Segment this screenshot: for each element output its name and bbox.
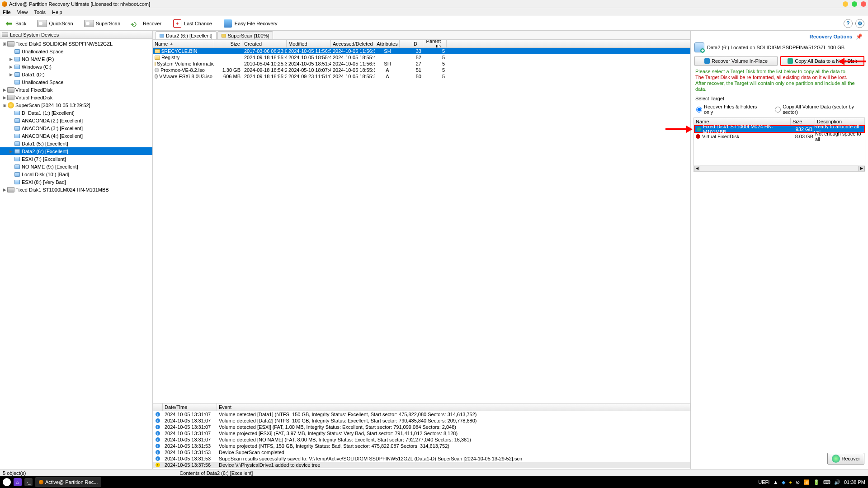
scroll-right-button[interactable]: ▶ — [859, 166, 865, 171]
recover-execute-button[interactable]: Recover — [827, 453, 864, 465]
expander-icon[interactable]: ▶ — [8, 149, 14, 154]
menu-help[interactable]: Help — [52, 9, 62, 15]
expander-icon[interactable]: ▶ — [2, 95, 7, 100]
tree-node[interactable]: D: Data1 (1:) [Excellent] — [0, 109, 152, 117]
tree-node[interactable]: ▶Data1 (D:) — [0, 70, 152, 78]
col-parent-id[interactable]: Parent ID — [423, 40, 447, 47]
easy-recovery-button[interactable]: Easy File Recovery — [223, 19, 278, 28]
clock[interactable]: 01:38 PM — [844, 479, 865, 485]
col-id[interactable]: ID — [400, 40, 423, 47]
menu-view[interactable]: View — [17, 9, 28, 15]
tray-icon[interactable]: ▲ — [773, 479, 778, 485]
tree-node[interactable]: ▶NO NAME (F:) — [0, 55, 152, 63]
back-button[interactable]: ⬅ Back — [4, 19, 26, 28]
tree-node[interactable]: ▶Virtual FixedDisk — [0, 86, 152, 94]
tab-superscan[interactable]: SuperScan [100%] — [217, 31, 274, 39]
target-col-name[interactable]: Name — [694, 118, 791, 125]
radio-sector-copy[interactable]: Copy All Volume Data (sector by sector) — [775, 104, 863, 115]
expander-icon[interactable]: ▣ — [2, 42, 7, 46]
expander-icon[interactable]: ▶ — [8, 57, 14, 61]
col-attributes[interactable]: Attributes — [375, 40, 400, 47]
volume-icon[interactable]: 🔊 — [834, 479, 840, 485]
tree-node[interactable]: ▣SuperScan [2024-10-05 13:29:52] — [0, 101, 152, 109]
target-col-size[interactable]: Size — [791, 118, 815, 125]
recover-button[interactable]: ↻ Recover — [131, 19, 161, 28]
tree-node[interactable]: ▶Virtual FixedDisk — [0, 94, 152, 101]
menu-file[interactable]: File — [3, 9, 11, 15]
tree-node[interactable]: Unallocated Space — [0, 78, 152, 86]
file-row[interactable]: Registry2024-09-18 18:55:442024-10-05 18… — [153, 54, 690, 61]
log-col-event[interactable]: Event — [217, 404, 690, 411]
help-icon[interactable]: ? — [844, 19, 853, 28]
superscan-button[interactable]: SuperScan — [84, 19, 120, 28]
log-row[interactable]: !2024-10-05 13:37:56Device \\.\PhysicalD… — [153, 462, 690, 468]
expander-icon[interactable]: ▶ — [8, 72, 14, 77]
col-accessed[interactable]: Accessed/Deleted — [331, 40, 375, 47]
file-row[interactable]: $RECYCLE.BIN2017-03-06 08:23:032024-10-0… — [153, 48, 690, 54]
battery-icon[interactable]: 🔋 — [813, 479, 820, 485]
file-list[interactable]: $RECYCLE.BIN2017-03-06 08:23:032024-10-0… — [153, 48, 690, 403]
log-row[interactable]: i2024-10-05 13:31:07Volume detected [NO … — [153, 436, 690, 443]
col-name[interactable]: Name▲ — [153, 40, 214, 47]
log-row[interactable]: i2024-10-05 13:31:07Volume detected [ESX… — [153, 424, 690, 430]
tray-icon[interactable]: ⊘ — [796, 479, 800, 485]
log-row[interactable]: i2024-10-05 13:31:53SupeScan results suc… — [153, 455, 690, 462]
recover-in-place-button[interactable]: Recover Volume In-Place — [694, 56, 778, 66]
settings-icon[interactable]: ⚙ — [855, 19, 864, 28]
log-row[interactable]: i2024-10-05 13:31:07Volume detected [Dat… — [153, 411, 690, 418]
tree-node[interactable]: ANACONDA (3:) [Excellent] — [0, 124, 152, 132]
tree-node[interactable]: Unallocated Space — [0, 47, 152, 55]
col-modified[interactable]: Modified — [287, 40, 331, 47]
close-button[interactable] — [861, 1, 866, 7]
col-size[interactable]: Size — [214, 40, 242, 47]
file-row[interactable]: VMware ESXi-8.0U3.iso606 MB2024-09-18 18… — [153, 73, 690, 80]
part-icon — [14, 65, 21, 69]
tree-node[interactable]: NO NAME (9:) [Excellent] — [0, 163, 152, 170]
target-disk-row[interactable]: Virtual FixedDisk8.03 GBNot enough space… — [694, 133, 865, 140]
log-col-datetime[interactable]: Date/Time — [163, 404, 217, 411]
menu-tools[interactable]: Tools — [34, 9, 46, 15]
tree-node[interactable]: ESXi (8:) [Very Bad] — [0, 178, 152, 186]
start-button[interactable] — [3, 478, 11, 486]
expander-icon[interactable]: ▶ — [2, 188, 7, 192]
target-col-desc[interactable]: Description — [815, 118, 865, 125]
target-scrollbar[interactable]: ◀ ▶ — [694, 165, 865, 171]
quickscan-button[interactable]: QuickScan — [37, 19, 73, 28]
log-row[interactable]: i2024-10-05 13:31:07Volume projected [ES… — [153, 430, 690, 436]
minimize-button[interactable] — [843, 1, 848, 7]
scroll-left-button[interactable]: ◀ — [694, 166, 700, 171]
tree-node[interactable]: ▶Data2 (6:) [Excellent] — [0, 147, 152, 155]
expander-icon[interactable]: ▶ — [2, 88, 7, 92]
taskbar-app-icon[interactable]: ⌂ — [14, 478, 22, 486]
log-row[interactable]: i2024-10-05 13:31:07Volume detected [Dat… — [153, 418, 690, 424]
expander-icon[interactable]: ▶ — [8, 65, 14, 69]
tree-node[interactable]: ANACONDA (2:) [Excellent] — [0, 117, 152, 124]
log-row[interactable]: i2024-10-05 13:31:53Volume projected (NT… — [153, 443, 690, 449]
tree-node[interactable]: ▶Fixed Disk1 ST1000LM024 HN-M101MBB — [0, 186, 152, 193]
log-row[interactable]: i2024-10-05 13:31:53Device SuperScan com… — [153, 449, 690, 455]
lastchance-button[interactable]: + Last Chance — [172, 19, 212, 28]
tray-icon[interactable]: ◆ — [782, 479, 785, 485]
maximize-button[interactable] — [852, 1, 857, 7]
file-row[interactable]: System Volume Information2010-05-04 10:2… — [153, 61, 690, 67]
tree-node[interactable]: Data1 (5:) [Excellent] — [0, 140, 152, 147]
col-created[interactable]: Created — [242, 40, 287, 47]
keyboard-icon[interactable]: ⌨ — [823, 479, 830, 485]
file-row[interactable]: Proxmox-VE-8.2.iso1.30 GB2024-09-18 18:5… — [153, 67, 690, 73]
wifi-icon[interactable]: 📶 — [803, 479, 810, 485]
tree-node[interactable]: ▶Windows (C:) — [0, 63, 152, 70]
expander-icon[interactable]: ▣ — [2, 103, 7, 108]
tray-icon[interactable]: ● — [789, 479, 792, 485]
window-controls — [843, 1, 866, 7]
taskbar-app-active[interactable]: Active@ Partition Rec... — [35, 477, 101, 487]
tab-data2[interactable]: Data2 (6:) [Excellent] — [156, 31, 217, 39]
tree-node[interactable]: ANACONDA (4:) [Excellent] — [0, 132, 152, 140]
taskbar-terminal-icon[interactable]: ›_ — [24, 478, 33, 486]
tree-node[interactable]: ESXi (7:) [Excellent] — [0, 155, 152, 163]
device-tree[interactable]: ▣Fixed Disk0 SOLIDIGM SSDPFINW512GZLUnal… — [0, 39, 152, 469]
tree-node[interactable]: Local Disk (10:) [Bad] — [0, 170, 152, 178]
tree-node[interactable]: ▣Fixed Disk0 SOLIDIGM SSDPFINW512GZL — [0, 40, 152, 47]
log-list[interactable]: i2024-10-05 13:31:07Volume detected [Dat… — [153, 411, 690, 469]
radio-files-folders[interactable]: Recover Files & Folders only — [696, 104, 761, 115]
pin-icon[interactable]: 📌 — [856, 33, 863, 40]
